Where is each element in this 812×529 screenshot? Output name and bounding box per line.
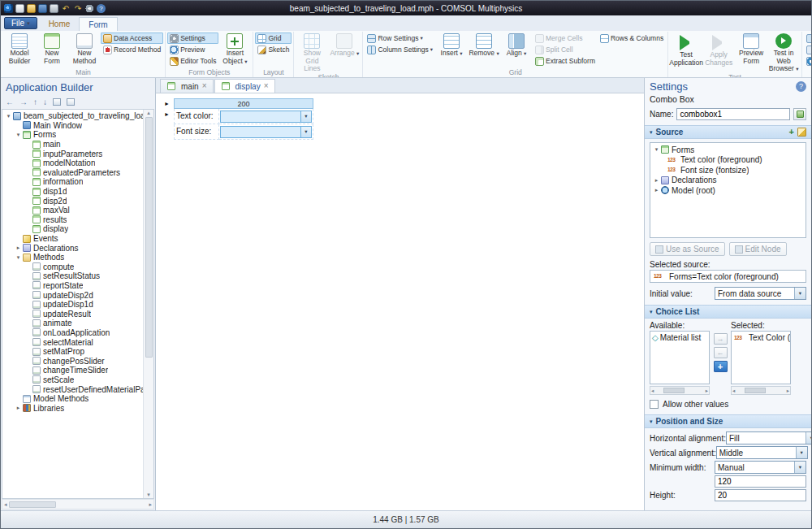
tree-item-method-compute[interactable]: compute [2,262,143,272]
tree-item-forms[interactable]: ▾ Forms [2,130,143,140]
tree-item-method-animate[interactable]: animate [2,319,143,328]
add-source-icon[interactable]: + [789,126,794,138]
align-button[interactable]: Align ▾ [500,32,533,58]
tree-item-form-display[interactable]: display [2,224,143,234]
tree-item-method-updatedisp1d[interactable]: updateDisp1d [2,300,143,310]
editor-tools-button[interactable]: Editor Tools [167,55,218,67]
tab-home[interactable]: Home [40,17,80,31]
tree-item-form-inputparameters[interactable]: inputParameters [2,149,143,158]
expander-icon[interactable]: ▾ [15,132,22,138]
merge-cells-button[interactable]: Merge Cells [533,33,598,44]
tree-item-form-disp2d[interactable]: disp2d [2,196,143,206]
vertical-alignment-select[interactable]: Middle ▾ [716,446,808,459]
extract-subform-button[interactable]: Extract Subform [533,55,598,67]
model-builder-button[interactable]: Model Builder [3,32,36,65]
section-source[interactable]: ▾ Source + [645,125,811,139]
chevron-down-icon[interactable]: ▾ [300,127,311,137]
split-cell-button[interactable]: Split Cell [533,44,598,55]
move-to-button[interactable]: Move To ▾ [804,44,811,55]
font-size-combobox[interactable]: ▾ [220,126,312,138]
add-choice-button[interactable]: + [714,361,728,372]
clear-source-icon[interactable] [797,128,806,137]
tree-item-method-updatedisp2d[interactable]: updateDisp2d [2,290,143,300]
sketch-mode-button[interactable]: Sketch [255,44,292,55]
close-icon[interactable]: × [264,82,269,90]
help-icon[interactable]: ? [796,81,806,92]
chevron-down-icon[interactable]: ▾ [300,111,311,122]
preview-form-button[interactable]: Preview Form [735,32,767,65]
available-list[interactable]: ◇ Material list [650,331,710,384]
tree-item-method-reportstate[interactable]: reportState [2,281,143,291]
tree-item-method-setscale[interactable]: setScale [2,375,143,385]
tree-item-libraries[interactable]: ▸ Libraries [2,403,143,413]
tree-item-form-main[interactable]: main [2,140,143,150]
file-menu-button[interactable]: File ▾ [4,17,37,29]
tree-item-model-methods[interactable]: Model Methods [2,394,143,404]
tree-item-methods[interactable]: ▾ Methods [2,253,143,262]
expander-icon[interactable]: ▾ [5,113,12,119]
tree-item-form-disp1d[interactable]: disp1d [2,187,143,197]
tab-form[interactable]: Form [79,17,117,31]
expander-icon[interactable]: ▸ [653,187,660,193]
forward-icon[interactable]: → [19,98,28,106]
editor-tab-main[interactable]: main × [160,79,214,93]
edit-node-button[interactable]: Edit Node [729,242,787,256]
tree-item-method-selectmaterial[interactable]: selectMaterial [2,337,143,347]
data-access-button[interactable]: Data Access [101,33,163,44]
section-position-size[interactable]: ▾ Position and Size [645,414,811,428]
source-item-model-root[interactable]: ▸ Model (root) [650,185,806,196]
collapse-all-icon[interactable] [53,98,61,106]
tree-item-method-onloadapplication[interactable]: onLoadApplication [2,328,143,338]
allow-other-values-checkbox[interactable] [650,400,659,409]
tree-item-declarations[interactable]: ▸ Declarations [2,243,143,253]
list-item-material-list[interactable]: ◇ Material list [650,332,709,343]
tree-item-method-changeposslider[interactable]: changePosSlider [2,356,143,366]
tree-item-method-setresultstatus[interactable]: setResultStatus [2,271,143,281]
tree-item-method-changetimeslider[interactable]: changeTimeSlider [2,366,143,375]
selected-list[interactable]: 123 Text Color (Foreground) [731,331,791,384]
horizontal-alignment-select[interactable]: Fill ▾ [726,431,811,444]
form-label-text-color[interactable]: Text color: [174,109,219,124]
apply-changes-button[interactable]: Apply Changes [702,32,735,67]
tree-item-main-window[interactable]: Main Window [2,121,143,131]
insert-button[interactable]: Insert ▾ [435,32,468,58]
text-color-combobox[interactable]: ▾ [220,111,312,123]
reset-desktop-button[interactable]: Reset Desktop [804,55,811,67]
scroll-right-icon[interactable]: ▸ [149,501,152,508]
tree-item-form-information[interactable]: information [2,177,143,187]
new-form-button[interactable]: New Form [36,32,68,65]
tree-item-form-maxval[interactable]: maxVal [2,206,143,215]
source-item-text-color[interactable]: 123 Text color (foreground) [650,155,806,166]
expander-icon[interactable]: ▸ [653,177,660,184]
back-icon[interactable]: ← [6,98,14,106]
section-choice-list[interactable]: ▾ Choice List [645,305,811,319]
move-up-icon[interactable]: ↑ [33,98,37,106]
expander-icon[interactable]: ▾ [653,146,660,153]
scrollbar-thumb[interactable] [745,388,766,393]
rows-columns-button[interactable]: Rows & Columns [598,33,666,44]
minimum-width-mode-select[interactable]: Manual ▾ [715,461,806,474]
tree-item-method-updateresult[interactable]: updateResult [2,309,143,319]
tree-item-form-results[interactable]: results [2,215,143,225]
form-canvas[interactable]: ► 200 ► Text color: ▾ [156,93,644,510]
settings-button[interactable]: Settings [167,33,218,44]
scroll-up-icon[interactable]: ▴ [147,110,150,116]
scroll-left-icon[interactable]: ◂ [4,501,7,508]
tree-item-method-setmatprop[interactable]: setMatProp [2,347,143,357]
tree-item-method-resetuserdefinedmaterialparameter[interactable]: resetUserDefinedMaterialParameter [2,384,143,394]
scrollbar-thumb[interactable] [145,117,153,358]
column-width-header[interactable]: 200 [174,98,313,109]
use-as-source-button[interactable]: Use as Source [650,242,725,256]
rename-button[interactable] [793,108,806,120]
row-settings-button[interactable]: Row Settings ▾ [365,33,435,44]
row-header[interactable] [164,124,174,140]
move-right-button[interactable]: → [714,333,728,345]
tree-vertical-scrollbar[interactable]: ▴ ▾ [143,110,153,498]
move-down-icon[interactable]: ↓ [43,98,47,106]
new-method-button[interactable]: New Method [68,32,101,65]
tree-horizontal-scrollbar[interactable]: ◂ ▸ [2,499,154,509]
grid-mode-button[interactable]: Grid [255,33,292,44]
tree-item-form-evaluatedparameters[interactable]: evaluatedParameters [2,168,143,178]
tree-item-root[interactable]: ▾ beam_subjected_to_traveling_load.mph (… [2,111,143,121]
source-item-font-size[interactable]: 123 Font size (fontsize) [650,165,806,176]
